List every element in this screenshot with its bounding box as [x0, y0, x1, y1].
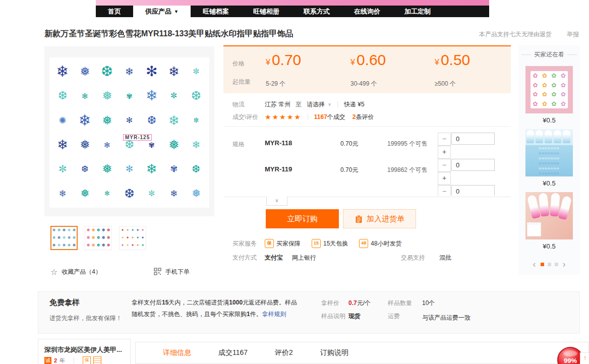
- product-thumbnail-image[interactable]: ✿✿✿✿✿✿✿✿✿✿✿✿✿✿✿✿: [525, 66, 573, 113]
- payment-method-0[interactable]: 支付宝: [265, 254, 283, 262]
- seller-badges: 诚 2 年 保: [44, 356, 101, 364]
- quantity-input[interactable]: [451, 133, 495, 145]
- pattern-glyph: ❄: [73, 228, 76, 232]
- flower-glyph: ✿: [533, 82, 538, 88]
- sample-ship-label: 运费: [388, 312, 400, 321]
- wave-line: ≈≈≈≈≈≈≈: [525, 151, 573, 156]
- nav-item-label: 首页: [108, 7, 121, 16]
- nav-item-4[interactable]: 联系方式: [291, 6, 342, 17]
- snowflake-glyph: ✻: [104, 190, 110, 197]
- payment-method-1[interactable]: 网上银行: [292, 254, 316, 262]
- sku-expand-button[interactable]: ∨: [266, 197, 287, 206]
- pattern-glyph: ❄: [57, 236, 61, 240]
- nav-item-3[interactable]: 旺铺相册: [241, 6, 291, 17]
- pattern-glyph: ❄: [63, 236, 66, 240]
- currency-symbol: ¥: [435, 58, 439, 67]
- snowflake-glyph: ❄: [168, 65, 180, 78]
- thumbnail-0[interactable]: ❄❄❄❄❄❄❄❄❄❄❄❄❄❄❄: [50, 226, 78, 250]
- nav-item-5[interactable]: 在线询价: [342, 6, 392, 17]
- sample-text: 15: [162, 299, 168, 306]
- snowflake-glyph: ❅: [102, 114, 112, 127]
- pattern-glyph: ✦: [131, 244, 135, 248]
- years-unit: 年: [60, 357, 65, 364]
- quantity-minus-button[interactable]: −: [438, 159, 451, 172]
- snowflake-glyph: ❆: [125, 139, 134, 150]
- thumbnail-pattern: ✽✽✽✽✽✽✽✽✽✽✽✽✽✽✽: [86, 227, 111, 249]
- report-link[interactable]: 举报: [567, 30, 579, 39]
- snowflake-sheet: ❄❅❆❄✻❄✼❆✻❅✾❄✼❆✺❄❅✻❆❄✼❄❅✻❆✾❅❄✼❆❅✻❄✾❆❄❅✻❆✼…: [49, 57, 209, 208]
- product-thumbnail-image[interactable]: ⁘⁘⁘⁘⁘⁘⁘⁘⁘⁘⁘⁘: [525, 192, 573, 239]
- quantity-minus-button[interactable]: −: [438, 185, 451, 196]
- divider: [74, 357, 74, 363]
- pattern-glyph: ✦: [141, 244, 145, 248]
- reviews-count[interactable]: 2: [352, 113, 356, 120]
- service-label: 48小时发货: [371, 239, 401, 248]
- nail-shape: [558, 196, 572, 220]
- sample-ship-value: 与该产品运费一致: [422, 312, 472, 323]
- order-now-button[interactable]: 立即订购: [266, 209, 339, 228]
- flower-glyph: ✿: [561, 101, 566, 107]
- thumbnail-pattern: ❄❄❄❄❄❄❄❄❄❄❄❄❄❄❄: [51, 227, 77, 249]
- favorite-star-icon[interactable]: ☆: [50, 267, 57, 277]
- nav-item-label: 旺铺相册: [253, 7, 279, 16]
- service-label: 买家保障: [276, 239, 301, 248]
- sku-row-2: −+: [223, 184, 511, 196]
- pager-dot-2[interactable]: [555, 263, 558, 266]
- nav-item-0[interactable]: 首页: [96, 6, 133, 17]
- quantity-minus-button[interactable]: −: [438, 133, 451, 146]
- nail-shape: [539, 193, 550, 217]
- chevron-down-icon[interactable]: ∨: [328, 102, 331, 107]
- wave-line: ≈≈≈≈≈≈≈: [525, 156, 573, 161]
- flower-glyph: ✿: [533, 101, 538, 107]
- tab-1[interactable]: 成交1167: [218, 348, 248, 357]
- snowflake-glyph: ❅: [102, 163, 112, 175]
- snowflake-glyph: ❄: [79, 113, 91, 128]
- favorite-label[interactable]: 收藏产品（4）: [62, 268, 101, 276]
- snowflake-glyph: ❄: [170, 189, 178, 198]
- quantity-input[interactable]: [451, 159, 495, 171]
- guarantee-badge-icon: 保: [83, 356, 91, 364]
- flower-glyph: ✿: [542, 91, 547, 97]
- deals-count[interactable]: 1167: [314, 113, 327, 120]
- nav-item-2[interactable]: 旺铺档案: [191, 6, 241, 17]
- thumbnail-1[interactable]: ✽✽✽✽✽✽✽✽✽✽✽✽✽✽✽: [85, 226, 112, 250]
- tab-0[interactable]: 详细信息: [163, 348, 191, 357]
- service-badge-icon: 15: [312, 239, 321, 248]
- destination-select[interactable]: 请选择: [307, 100, 325, 109]
- thumbnail-2[interactable]: ✦✦✦✦✦✦✦✦✦✦✦✦✦✦✦: [119, 226, 146, 250]
- pager-dot-0[interactable]: [541, 263, 544, 266]
- seller-name[interactable]: 深圳市龙岗区美伊人美甲...: [44, 345, 122, 354]
- product-main-image[interactable]: ❄❅❆❄✻❄✼❆✻❅✾❄✼❆✺❄❅✻❆❄✼❄❅✻❆✾❅❄✼❆❅✻❄✾❆❄❅✻❆✼…: [44, 46, 214, 216]
- also-viewing-sidebar: 买家还在看 ✿✿✿✿✿✿✿✿✿✿✿✿✿✿✿✿¥0.5≈≈≈≈≈≈≈≈≈≈≈≈≈≈…: [518, 45, 580, 275]
- pager-dot-1[interactable]: [548, 263, 551, 266]
- years-number: 2: [54, 357, 57, 363]
- badge-shine: [563, 350, 577, 356]
- mobile-order-label[interactable]: 手机下单: [165, 268, 190, 276]
- pattern-glyph: ✦: [141, 236, 145, 240]
- trade-support-label: 交易支持: [401, 254, 425, 262]
- nav-item-1[interactable]: 供应产品▼: [133, 6, 191, 17]
- pattern-glyph: ✦: [121, 228, 125, 232]
- qr-code-icon: [154, 268, 161, 277]
- pager-prev-icon[interactable]: ‹: [533, 261, 536, 268]
- snowflake-glyph: ❆: [192, 164, 201, 174]
- nav-item-6[interactable]: 加工定制: [392, 6, 443, 17]
- snowflake-glyph: ✻: [82, 92, 88, 100]
- tab-2[interactable]: 评价2: [275, 348, 293, 357]
- tab-3[interactable]: 订购说明: [320, 348, 348, 357]
- pattern-glyph: ✦: [136, 228, 140, 232]
- pager-next-icon[interactable]: ›: [563, 261, 566, 268]
- add-to-cart-button[interactable]: 加入进货单: [343, 209, 416, 228]
- sample-rules-link[interactable]: 拿样规则: [262, 311, 286, 318]
- divider: [308, 114, 308, 120]
- pattern-glyph: ❄: [68, 244, 71, 248]
- back-to-top-button[interactable]: ↑: [580, 352, 589, 364]
- return-policy-text: 本产品支持七天无理由退货: [479, 30, 552, 39]
- pattern-glyph: ✦: [121, 244, 125, 248]
- snowflake-glyph: ✻: [126, 164, 133, 173]
- product-thumbnail-image[interactable]: ≈≈≈≈≈≈≈≈≈≈≈≈≈≈≈≈≈≈≈≈≈≈≈≈≈≈≈≈≈≈≈≈≈≈≈≈≈≈≈≈…: [525, 129, 573, 176]
- quantity-input[interactable]: [451, 185, 495, 196]
- page-title: 新款万圣节圣诞节彩色雪花MYR118-133美甲贴纸水印指甲贴指甲饰品: [44, 29, 293, 39]
- pattern-glyph: ✦: [121, 236, 125, 240]
- product-price: ¥0.5: [525, 116, 573, 124]
